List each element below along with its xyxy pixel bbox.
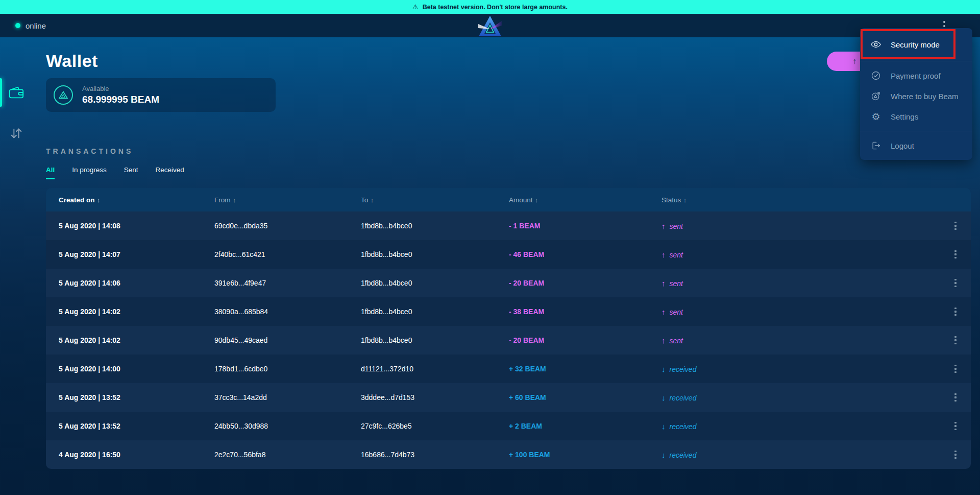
tx-from: 37cc3c...14a2dd (214, 393, 361, 402)
tab-sent[interactable]: Sent (124, 166, 138, 179)
top-bar: online (0, 14, 980, 37)
kebab-menu-icon (954, 393, 957, 395)
menu-item-label: Where to buy Beam (891, 92, 959, 101)
online-label: online (26, 21, 46, 30)
kebab-menu-icon (954, 308, 957, 310)
online-dot-icon (15, 23, 20, 28)
menu-item-logout[interactable]: Logout (860, 131, 972, 160)
menu-item-settings[interactable]: ⚙ Settings (860, 106, 972, 127)
tx-amount: - 1 BEAM (509, 222, 658, 230)
menu-item-label: Security mode (891, 40, 940, 49)
sort-icon: ↕ (535, 197, 538, 203)
table-row[interactable]: 5 Aug 2020 | 14:02 90db45...49caed 1fbd8… (46, 326, 971, 355)
row-menu-button[interactable] (951, 304, 960, 319)
tx-from: 38090a...685b84 (214, 308, 361, 316)
sort-icon: ↕ (233, 197, 236, 203)
kebab-menu-icon (954, 336, 957, 338)
tx-created-on: 4 Aug 2020 | 16:50 (46, 451, 214, 459)
tx-status: ↓received (658, 422, 940, 431)
sent-arrow-icon: ↑ (662, 222, 666, 230)
tx-to: 16b686...7d4b73 (361, 451, 509, 459)
tx-from: 69cd0e...dbda35 (214, 222, 361, 230)
table-row[interactable]: 5 Aug 2020 | 14:06 391e6b...4f9e47 1fbd8… (46, 269, 971, 297)
column-to[interactable]: To↕ (361, 196, 509, 204)
received-arrow-icon: ↓ (662, 365, 666, 373)
main-area: Wallet Available 68.999995 BEAM TRANSACT… (0, 37, 980, 495)
table-row[interactable]: 5 Aug 2020 | 13:52 24bb50...30d988 27c9f… (46, 412, 971, 440)
tx-status: ↓received (658, 451, 940, 459)
sidebar-item-wallet[interactable] (0, 78, 33, 107)
table-row[interactable]: 5 Aug 2020 | 14:00 178bd1...6cdbe0 d1112… (46, 355, 971, 383)
tab-in-progress[interactable]: In progress (72, 166, 107, 179)
table-row[interactable]: 5 Aug 2020 | 14:02 38090a...685b84 1fbd8… (46, 297, 971, 326)
tx-to: 1fbd8b...b4bce0 (361, 250, 509, 258)
tx-to: 1fbd8b...b4bce0 (361, 336, 509, 344)
tx-status: ↑sent (658, 250, 940, 259)
beam-logo-icon (478, 15, 502, 39)
tx-status: ↓received (658, 393, 940, 402)
tx-status-label: received (670, 365, 697, 373)
available-amount: 68.999995 BEAM (82, 94, 159, 105)
wallet-page: Wallet Available 68.999995 BEAM TRANSACT… (46, 37, 971, 469)
received-arrow-icon: ↓ (662, 451, 666, 459)
row-menu-button[interactable] (951, 419, 960, 434)
menu-item-label: Settings (891, 112, 918, 121)
kebab-menu-icon (954, 250, 957, 252)
tx-to: 1fbd8b...b4bce0 (361, 222, 509, 230)
row-menu-button[interactable] (951, 219, 960, 233)
available-balance-card: Available 68.999995 BEAM (46, 78, 276, 112)
transactions-tabs: All In progress Sent Received (46, 166, 971, 179)
table-body: 5 Aug 2020 | 14:08 69cd0e...dbda35 1fbd8… (46, 211, 971, 469)
table-row[interactable]: 4 Aug 2020 | 16:50 2e2c70...56bfa8 16b68… (46, 440, 971, 469)
tx-status: ↑sent (658, 222, 940, 230)
badge-check-icon (870, 70, 882, 81)
tx-amount: + 2 BEAM (509, 422, 658, 430)
wallet-icon (8, 85, 24, 100)
tx-status-label: sent (670, 251, 683, 259)
sent-arrow-icon: ↑ (662, 336, 666, 345)
kebab-menu-icon (954, 365, 957, 367)
tx-from: 2f40bc...61c421 (214, 250, 361, 258)
tab-received[interactable]: Received (156, 166, 184, 179)
column-created-on[interactable]: Created on↕ (46, 196, 214, 204)
row-menu-button[interactable] (951, 390, 960, 405)
tx-status-label: sent (670, 337, 683, 345)
menu-item-where-to-buy[interactable]: Where to buy Beam (860, 86, 972, 106)
tx-amount: + 60 BEAM (509, 393, 658, 402)
table-row[interactable]: 5 Aug 2020 | 13:52 37cc3c...14a2dd 3ddde… (46, 383, 971, 412)
table-row[interactable]: 5 Aug 2020 | 14:08 69cd0e...dbda35 1fbd8… (46, 211, 971, 240)
tx-status-label: received (670, 422, 697, 431)
row-menu-button[interactable] (951, 362, 960, 376)
tx-created-on: 5 Aug 2020 | 14:02 (46, 336, 214, 344)
tx-created-on: 5 Aug 2020 | 14:00 (46, 365, 214, 373)
menu-item-security-mode[interactable]: Security mode (860, 28, 972, 61)
tx-status: ↓received (658, 365, 940, 373)
row-menu-button[interactable] (951, 333, 960, 348)
row-menu-button[interactable] (951, 247, 960, 262)
menu-item-payment-proof[interactable]: Payment proof (860, 65, 972, 86)
column-amount[interactable]: Amount↕ (509, 196, 658, 204)
tx-status: ↑sent (658, 336, 940, 345)
tx-to: 27c9fc...626be5 (361, 422, 509, 430)
tab-all[interactable]: All (46, 166, 55, 179)
tx-status: ↑sent (658, 308, 940, 316)
row-menu-button[interactable] (951, 447, 960, 462)
tx-amount: - 20 BEAM (509, 336, 658, 344)
tx-amount: - 20 BEAM (509, 279, 658, 287)
beta-banner: ⚠ Beta testnet version. Don't store larg… (0, 0, 980, 14)
sidebar-item-send-receive[interactable] (0, 119, 33, 148)
up-down-arrows-icon (9, 125, 23, 142)
beam-wallet-app: ⚠ Beta testnet version. Don't store larg… (0, 0, 980, 495)
table-header-row: Created on↕ From↕ To↕ Amount↕ Status↕ (46, 188, 971, 211)
received-arrow-icon: ↓ (662, 393, 666, 402)
tx-created-on: 5 Aug 2020 | 13:52 (46, 422, 214, 430)
kebab-menu-icon (943, 21, 945, 23)
column-from[interactable]: From↕ (214, 196, 361, 204)
tx-created-on: 5 Aug 2020 | 14:08 (46, 222, 214, 230)
table-row[interactable]: 5 Aug 2020 | 14:07 2f40bc...61c421 1fbd8… (46, 240, 971, 269)
column-status[interactable]: Status↕ (658, 196, 940, 204)
tx-to: 1fbd8b...b4bce0 (361, 279, 509, 287)
sent-arrow-icon: ↑ (662, 279, 666, 288)
received-arrow-icon: ↓ (662, 422, 666, 431)
row-menu-button[interactable] (951, 276, 960, 291)
